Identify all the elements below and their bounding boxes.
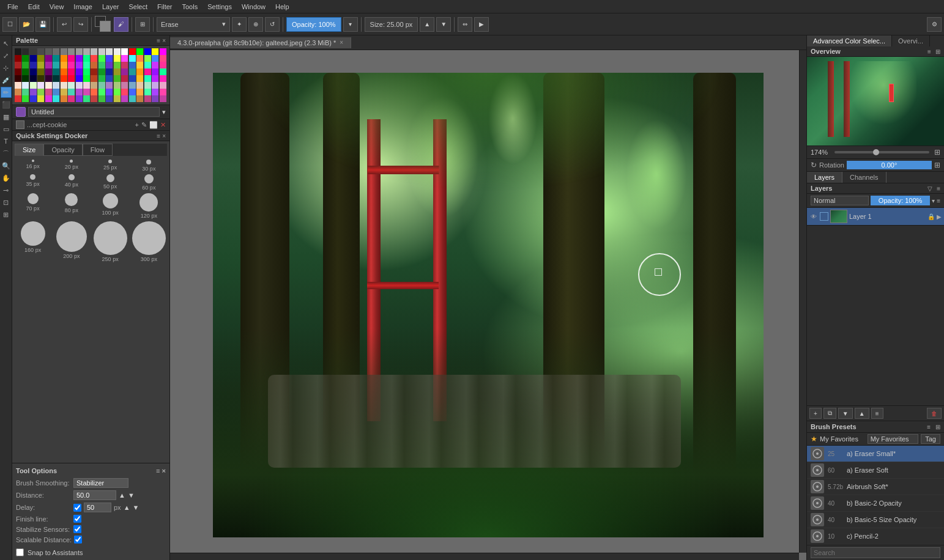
palette-color-cell[interactable] xyxy=(121,75,128,82)
tool-transform[interactable]: ⤢ xyxy=(1,50,12,61)
qs-tab-flow[interactable]: Flow xyxy=(83,144,113,156)
menu-item-window[interactable]: Window xyxy=(237,0,270,13)
palette-color-cell[interactable] xyxy=(30,68,37,75)
palette-color-cell[interactable] xyxy=(152,95,158,102)
grid-button[interactable]: ⊞ xyxy=(135,17,150,32)
layer-row-1[interactable]: 👁 Layer 1 🔒 ▶ xyxy=(807,208,944,226)
palette-color-cell[interactable] xyxy=(15,62,21,68)
brush-tool-button[interactable]: 🖌 xyxy=(114,17,128,32)
palette-color-cell[interactable] xyxy=(121,55,128,62)
palette-color-cell[interactable] xyxy=(45,95,52,102)
menu-item-edit[interactable]: Edit xyxy=(23,0,45,13)
palette-color-cell[interactable] xyxy=(37,89,44,95)
palette-color-cell[interactable] xyxy=(121,95,128,102)
new-button[interactable]: ☐ xyxy=(2,17,17,32)
palette-color-cell[interactable] xyxy=(121,62,128,68)
palette-color-cell[interactable] xyxy=(114,62,121,68)
palette-color-cell[interactable] xyxy=(76,68,83,75)
palette-color-cell[interactable] xyxy=(15,48,21,55)
palette-color-cell[interactable] xyxy=(37,82,44,89)
to-close-btn[interactable]: × xyxy=(162,467,166,474)
size-stepper-down[interactable]: ▼ xyxy=(436,17,451,32)
palette-color-cell[interactable] xyxy=(129,95,136,102)
palette-menu-btn[interactable]: ≡ xyxy=(157,37,160,44)
brush-size-item[interactable]: 300 px xyxy=(131,221,167,262)
palette-color-cell[interactable] xyxy=(144,68,151,75)
toolbar-settings-button[interactable]: ⚙ xyxy=(927,17,942,32)
mirror-v-button[interactable]: ▶ xyxy=(474,17,489,32)
palette-color-cell[interactable] xyxy=(98,55,105,62)
palette-color-cell[interactable] xyxy=(144,89,151,95)
palette-color-cell[interactable] xyxy=(37,62,44,68)
tool-eyedropper[interactable]: 💉 xyxy=(1,75,12,86)
brush-size-item[interactable]: 30 px xyxy=(131,160,167,172)
palette-color-cell[interactable] xyxy=(22,48,29,55)
palette-color-cell[interactable] xyxy=(76,62,83,68)
palette-color-cell[interactable] xyxy=(15,95,21,102)
palette-color-cell[interactable] xyxy=(129,48,136,55)
size-stepper-up[interactable]: ▲ xyxy=(420,17,434,32)
palette-color-cell[interactable] xyxy=(121,48,128,55)
palette-color-cell[interactable] xyxy=(114,48,121,55)
edit-brush-btn[interactable]: ✎ xyxy=(141,121,147,129)
palette-color-cell[interactable] xyxy=(160,89,166,95)
palette-close-btn[interactable]: × xyxy=(162,37,166,44)
menu-item-image[interactable]: Image xyxy=(69,0,97,13)
palette-color-cell[interactable] xyxy=(68,75,75,82)
palette-color-cell[interactable] xyxy=(144,82,151,89)
brush-size-item[interactable]: 160 px xyxy=(15,221,51,262)
palette-color-cell[interactable] xyxy=(136,68,143,75)
vertical-scrollbar[interactable] xyxy=(799,50,806,553)
palette-color-cell[interactable] xyxy=(160,75,166,82)
palette-color-cell[interactable] xyxy=(37,48,44,55)
tool-measure[interactable]: ⊸ xyxy=(1,185,12,196)
brush-size-item[interactable]: 25 px xyxy=(92,160,128,172)
palette-color-cell[interactable] xyxy=(61,68,67,75)
menu-item-view[interactable]: View xyxy=(45,0,69,13)
overview-menu-btn[interactable]: ≡ xyxy=(927,48,931,55)
undo-button[interactable]: ↩ xyxy=(57,17,72,32)
palette-color-cell[interactable] xyxy=(114,75,121,82)
tool-shape[interactable]: ▭ xyxy=(1,123,12,134)
palette-color-cell[interactable] xyxy=(106,75,113,82)
rotation-expand-btn[interactable]: ⊞ xyxy=(934,161,940,169)
brush-size-item[interactable]: 60 px xyxy=(131,174,167,191)
layers-menu-btn[interactable]: ≡ xyxy=(937,185,940,192)
palette-color-cell[interactable] xyxy=(144,75,151,82)
layers-options-btn[interactable]: ≡ xyxy=(937,197,940,204)
layer-visibility-btn[interactable]: 👁 xyxy=(809,212,818,221)
palette-color-cell[interactable] xyxy=(76,95,83,102)
delay-up-btn[interactable]: ▲ xyxy=(124,504,130,511)
add-brush-btn[interactable]: + xyxy=(135,121,139,128)
palette-color-cell[interactable] xyxy=(152,89,158,95)
layers-filter-btn[interactable]: ▽ xyxy=(927,185,932,192)
palette-color-cell[interactable] xyxy=(160,82,166,89)
move-layer-down-btn[interactable]: ▼ xyxy=(838,408,853,419)
palette-color-cell[interactable] xyxy=(22,62,29,68)
palette-color-cell[interactable] xyxy=(91,48,97,55)
brush-preset-item[interactable]: 40b) Basic-2 Opacity xyxy=(807,495,944,512)
palette-color-cell[interactable] xyxy=(129,62,136,68)
tool-text[interactable]: T xyxy=(1,136,12,147)
overview-expand-btn[interactable]: ⊞ xyxy=(935,48,940,55)
palette-color-cell[interactable] xyxy=(129,89,136,95)
palette-color-cell[interactable] xyxy=(22,75,29,82)
palette-color-cell[interactable] xyxy=(91,82,97,89)
brush-size-item[interactable]: 35 px xyxy=(15,174,51,191)
palette-color-cell[interactable] xyxy=(98,68,105,75)
brush-preset-item[interactable]: 25a) Eraser Small* xyxy=(807,446,944,462)
palette-color-cell[interactable] xyxy=(129,75,136,82)
palette-color-cell[interactable] xyxy=(68,89,75,95)
palette-color-cell[interactable] xyxy=(144,55,151,62)
tool-reference[interactable]: ⊡ xyxy=(1,197,12,208)
palette-color-cell[interactable] xyxy=(53,68,59,75)
brush-preset-item[interactable]: 60a) Eraser Soft xyxy=(807,462,944,479)
finish-line-checkbox[interactable] xyxy=(73,515,81,523)
palette-color-cell[interactable] xyxy=(76,48,83,55)
palette-color-cell[interactable] xyxy=(144,62,151,68)
palette-color-cell[interactable] xyxy=(136,62,143,68)
tool-gradient[interactable]: ▦ xyxy=(1,111,12,122)
palette-color-cell[interactable] xyxy=(83,62,90,68)
opacity-arrow-down[interactable]: ▾ xyxy=(343,17,358,32)
palette-color-cell[interactable] xyxy=(30,48,37,55)
